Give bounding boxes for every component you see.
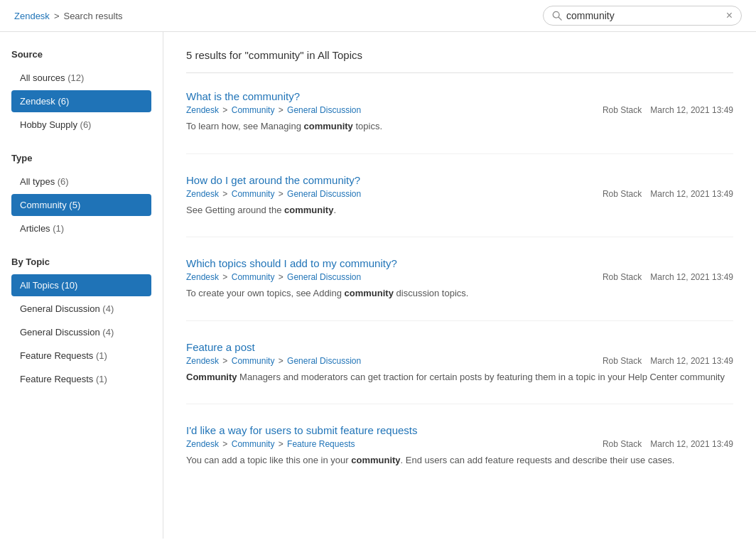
result-breadcrumb-1: Zendesk > Community > General Discussion: [186, 105, 361, 115]
result-author: Rob Stack: [603, 105, 642, 115]
main-layout: SourceAll sources (12)Zendesk (6)Hobby S…: [0, 32, 756, 539]
filter-item-all-topics[interactable]: All Topics (10): [11, 274, 151, 296]
breadcrumb-link[interactable]: General Discussion: [287, 189, 361, 199]
result-breadcrumb-2: Zendesk > Community > General Discussion: [186, 189, 361, 199]
breadcrumb-link[interactable]: Zendesk: [186, 105, 219, 115]
breadcrumb-link[interactable]: General Discussion: [287, 272, 361, 282]
breadcrumb-sep: >: [220, 105, 230, 115]
filter-count: (6): [58, 96, 69, 107]
filter-item-all-sources[interactable]: All sources (12): [11, 67, 151, 89]
result-meta-row-2: Zendesk > Community > General Discussion…: [186, 189, 733, 199]
filter-item-hobby-supply[interactable]: Hobby Supply (6): [11, 114, 151, 136]
filter-count: (1): [96, 350, 107, 361]
snippet-bold: Community: [186, 372, 237, 382]
breadcrumb-link[interactable]: General Discussion: [287, 105, 361, 115]
snippet-before: To learn how, see Managing: [186, 121, 304, 131]
result-date: March 12, 2021 13:49: [650, 189, 733, 199]
result-snippet-4: Community Managers and moderators can ge…: [186, 370, 733, 384]
result-snippet-1: To learn how, see Managing community top…: [186, 119, 733, 134]
breadcrumb-link[interactable]: Zendesk: [186, 439, 219, 449]
result-info-3: Rob StackMarch 12, 2021 13:49: [603, 272, 733, 282]
result-meta-row-4: Zendesk > Community > General Discussion…: [186, 356, 733, 366]
breadcrumb-link[interactable]: General Discussion: [287, 356, 361, 366]
breadcrumb-sep: >: [220, 272, 230, 282]
filter-item-feature-requests-2[interactable]: Feature Requests (1): [11, 368, 151, 390]
result-snippet-2: See Getting around the community.: [186, 203, 733, 217]
breadcrumb-sep: >: [276, 272, 286, 282]
result-date: March 12, 2021 13:49: [650, 105, 733, 115]
svg-line-1: [558, 17, 561, 20]
result-meta-row-3: Zendesk > Community > General Discussion…: [186, 272, 733, 282]
result-author: Rob Stack: [603, 356, 642, 366]
result-title-3[interactable]: Which topics should I add to my communit…: [186, 257, 733, 269]
result-title-4[interactable]: Feature a post: [186, 341, 733, 353]
filter-item-general-discussion-2[interactable]: General Discussion (4): [11, 321, 151, 343]
filter-count: (6): [80, 119, 92, 130]
topic-filter-title: By Topic: [11, 256, 151, 267]
snippet-after: discussion topics.: [394, 288, 469, 298]
filter-count: (12): [68, 72, 84, 83]
filter-count: (4): [102, 327, 114, 338]
filter-count: (10): [61, 280, 77, 291]
result-info-4: Rob StackMarch 12, 2021 13:49: [603, 356, 733, 366]
snippet-bold: community: [351, 455, 400, 465]
breadcrumb-separator: >: [54, 11, 60, 21]
result-item-1: What is the community?Zendesk > Communit…: [186, 90, 733, 154]
filter-count: (6): [58, 176, 69, 187]
divider: [186, 72, 733, 73]
search-input[interactable]: [566, 10, 722, 21]
type-filter-title: Type: [11, 153, 151, 163]
result-author: Rob Stack: [603, 189, 642, 199]
filter-count: (5): [69, 200, 80, 210]
header: Zendesk > Search results ×: [0, 0, 756, 32]
filter-count: (1): [96, 374, 107, 384]
result-info-1: Rob StackMarch 12, 2021 13:49: [603, 105, 733, 115]
breadcrumb-link[interactable]: Zendesk: [186, 189, 219, 199]
breadcrumb-sep: >: [220, 356, 230, 366]
breadcrumb-link[interactable]: Zendesk: [186, 356, 219, 366]
breadcrumb-link[interactable]: Feature Requests: [287, 439, 355, 449]
result-breadcrumb-3: Zendesk > Community > General Discussion: [186, 272, 361, 282]
search-icon: [552, 11, 562, 21]
result-date: March 12, 2021 13:49: [650, 439, 733, 449]
result-item-2: How do I get around the community?Zendes…: [186, 174, 733, 238]
snippet-bold: community: [304, 121, 353, 131]
content-area: 5 results for "community" in All Topics …: [163, 32, 756, 539]
snippet-after: topics.: [353, 121, 382, 131]
result-author: Rob Stack: [603, 272, 642, 282]
filter-item-general-discussion-1[interactable]: General Discussion (4): [11, 298, 151, 320]
result-meta-row-5: Zendesk > Community > Feature RequestsRo…: [186, 439, 733, 449]
result-info-5: Rob StackMarch 12, 2021 13:49: [603, 439, 733, 449]
filter-item-feature-requests-1[interactable]: Feature Requests (1): [11, 345, 151, 367]
result-item-5: I'd like a way for users to submit featu…: [186, 424, 733, 487]
breadcrumb-link[interactable]: Community: [232, 105, 275, 115]
breadcrumb-sep: >: [220, 189, 230, 199]
result-item-3: Which topics should I add to my communit…: [186, 257, 733, 321]
result-snippet-3: To create your own topics, see Adding co…: [186, 286, 733, 301]
breadcrumb-sep: >: [276, 105, 286, 115]
snippet-before: You can add a topic like this one in you…: [186, 455, 351, 465]
type-filter-section: TypeAll types (6)Community (5)Articles (…: [11, 153, 151, 239]
result-title-1[interactable]: What is the community?: [186, 90, 733, 102]
result-title-2[interactable]: How do I get around the community?: [186, 174, 733, 186]
breadcrumb-link[interactable]: Zendesk: [186, 272, 219, 282]
results-list: What is the community?Zendesk > Communit…: [186, 90, 733, 487]
result-title-5[interactable]: I'd like a way for users to submit featu…: [186, 424, 733, 436]
snippet-before: To create your own topics, see Adding: [186, 288, 345, 298]
breadcrumb-sep: >: [220, 439, 230, 449]
breadcrumb-link[interactable]: Community: [232, 356, 275, 366]
snippet-after: Managers and moderators can get traction…: [237, 372, 725, 382]
breadcrumb-link[interactable]: Community: [232, 439, 275, 449]
breadcrumb: Zendesk > Search results: [14, 11, 123, 21]
clear-search-button[interactable]: ×: [726, 10, 733, 21]
source-filter-section: SourceAll sources (12)Zendesk (6)Hobby S…: [11, 49, 151, 136]
filter-item-zendesk[interactable]: Zendesk (6): [11, 90, 151, 112]
breadcrumb-home[interactable]: Zendesk: [14, 11, 50, 21]
filter-item-articles[interactable]: Articles (1): [11, 217, 151, 239]
breadcrumb-link[interactable]: Community: [232, 189, 275, 199]
filter-count: (4): [102, 303, 114, 314]
breadcrumb-current: Search results: [63, 11, 122, 21]
filter-item-community[interactable]: Community (5): [11, 194, 151, 216]
breadcrumb-link[interactable]: Community: [232, 272, 275, 282]
filter-item-all-types[interactable]: All types (6): [11, 171, 151, 193]
